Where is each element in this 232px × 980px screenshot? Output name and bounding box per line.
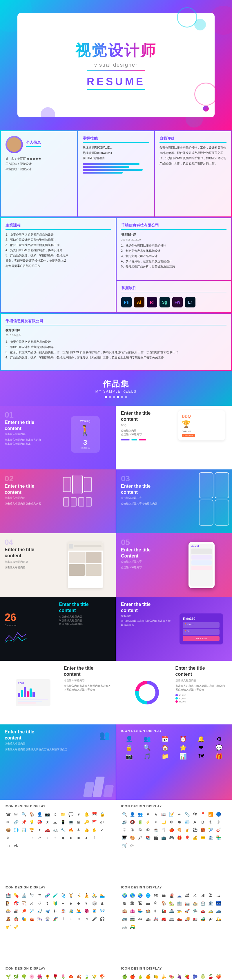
slide02-title: Enter the titlecontent — [5, 483, 41, 495]
panel-main-course: 主業課程 1、负责公司网络游览器产品品的设计 2、帮助公司设计相关宣传资料与物等… — [1, 218, 116, 312]
ic-cross: ✕ — [5, 834, 11, 841]
ic2-num6: ⑥ — [144, 826, 151, 834]
ic3-21: ♦ — [59, 900, 66, 907]
ic6-8: 🍇 — [176, 973, 183, 980]
slide05-title: Enter the titleContent — [121, 547, 173, 559]
ic-vk: vk — [13, 842, 19, 849]
ic-down: ↓ — [44, 834, 51, 841]
icon-heart: ❤ — [193, 744, 210, 751]
ic3-17: ⚔ — [28, 900, 35, 907]
ic5-2: 🌿 — [13, 973, 19, 980]
ic5-6: 🌻 — [44, 973, 51, 980]
ic2-map: 🗺 — [191, 811, 198, 818]
ic3-25: 🎲 — [91, 900, 98, 907]
ic-minus: − — [20, 834, 27, 841]
company1-title: 视觉设计师 2014.05-2016.09 1、视觉包公司网站服务产品的设计 2… — [121, 232, 227, 269]
main-course-content: 1、负责公司网络游览器产品品的设计 2、帮助公司设计相关宣传资料与物等， 3、配… — [5, 232, 111, 269]
ic4-27: 🏨 — [121, 908, 128, 915]
ic3-28: 🎳 — [13, 908, 19, 915]
ic2-wind: 💨 — [184, 819, 190, 826]
donut-chart — [134, 679, 160, 706]
ic3-16: 🏹 — [20, 900, 27, 907]
personal-info-content: 姓 名：华百百 ★★★★★ 工作职位：视觉设计 毕业院校：视觉设计 — [5, 156, 72, 172]
personal-info-title: 个人信息 — [26, 140, 41, 147]
ic4-51: 🏍 — [207, 915, 214, 922]
ic4-52: 🛵 — [215, 915, 222, 922]
ic2-books: 📚 — [144, 834, 151, 841]
ic2-num3: ③ — [121, 826, 128, 834]
icon-photo: 📷 — [121, 753, 137, 760]
icon-display-panel-3: ICON DESIGN DISPLAY 🏥 💊 🔬 🔭 ⚗ 🧬 🧪 🩺 🏋 🤸 … — [0, 881, 116, 962]
content-slide-dashboard: 26 December Enter the titlecontent A 点击输… — [0, 597, 116, 661]
ride360-title: Enter the titlecontent — [121, 601, 173, 614]
ic3-22: ♠ — [67, 900, 74, 907]
ic3-38: 🧵 — [91, 908, 98, 915]
ic3-47: ♩ — [59, 915, 66, 922]
ic2-heart: ♥ — [144, 811, 151, 818]
slide02-text: 点击输入标题内容点击输入内容 — [5, 501, 41, 506]
ic-music: ♫ — [52, 811, 59, 818]
analytics-sub: 点击输入标题内容 — [64, 679, 111, 682]
ic4-24: 🏥 — [199, 900, 206, 907]
ic2-users: 👥 — [137, 811, 144, 818]
icons-grid-6: 🍏 🍎 🍐 🍊 🍋 🍌 🍉 🍇 🍓 🫐 🍈 🍒 🍑 🥭 🍍 🥥 🥝 🍅 🫒 🥑 … — [121, 973, 227, 980]
slide-cover: 视觉设计师 visual designer RESUME — [0, 0, 232, 130]
ic4-2: 🌎 — [129, 892, 136, 899]
ride360-sub: Ride360 — [121, 614, 173, 617]
icon-display-panel-1: ICON DESIGN DISPLAY ☎ ✉ 🔍 🏠 👤 📷 ♫ 📁 💬 ♥ … — [0, 800, 116, 881]
ic6-13: 🍑 — [215, 973, 222, 980]
icon-display-panel-6: ICON DESIGN DISPLAY 🍏 🍎 🍐 🍊 🍋 🍌 🍉 🍇 🍓 🫐 … — [116, 962, 232, 980]
ic5-8: 🌷 — [59, 973, 66, 980]
ic3-53: 🎷 — [5, 923, 11, 930]
ic2-ball: ⚽ — [191, 826, 198, 834]
ic3-18: 🛡 — [36, 900, 43, 907]
ic4-40: 🚌 — [121, 915, 128, 922]
ic-laptop: 💻 — [67, 819, 74, 826]
fw-icon: Fw — [172, 297, 183, 307]
ic3-52: 🎧 — [99, 915, 106, 922]
content-row-4: 26 December Enter the titlecontent A 点击输… — [0, 597, 232, 661]
ic3-35: 🏄 — [67, 908, 74, 915]
icon-display-panel-2: ICON DESIGN DISPLAY 🔍 👤 👥 ♥ ★ 📖 📝 ✒ 📎 🗺 … — [116, 800, 232, 881]
ic4-30: 🏫 — [144, 908, 151, 915]
ic3-9: 🏋 — [67, 892, 74, 899]
ic-car: 🚗 — [44, 826, 51, 834]
ic4-44: 🚑 — [152, 915, 159, 922]
ic3-11: 🧘 — [83, 892, 90, 899]
ic3-26: ♟ — [99, 900, 106, 907]
ic4-48: 🚚 — [184, 915, 190, 922]
ic4-35: 🚀 — [184, 908, 190, 915]
icon-display-title-5: ICON DESIGN DISPLAY — [5, 967, 111, 970]
icon-design-grid: 👤 👥 📅 ⏰ 🔔 ⚙ 🔒 🔍 🏠 ⭐ ❤ 💬 📷 🎵 📁 📊 🗺 🎁 — [121, 735, 227, 760]
ic2-wifi: 📶 — [207, 811, 214, 818]
piechart-sub: 点击输入标题内容 — [176, 679, 228, 682]
self-eval-title: 自我评价 — [160, 136, 227, 143]
ic4-4: 🌐 — [144, 892, 151, 899]
company2-content: 视觉设计师 2016.10-至今 1、负责公司网络游览器产品的设计 2、帮助公司… — [5, 328, 227, 360]
ic2-palette: 🎨 — [129, 834, 136, 841]
icon-gear: ⚙ — [211, 735, 227, 742]
ic2-search: 🔍 — [121, 811, 128, 818]
ic3-45: 🎡 — [44, 915, 51, 922]
ic-phone2: 📱 — [59, 819, 66, 826]
ic4-7: 🌋 — [168, 892, 175, 899]
ic2-basket: 🏀 — [199, 826, 206, 834]
ic6-11: 🍈 — [199, 973, 206, 980]
sg-icon: Sg — [160, 297, 170, 307]
ic4-18: 🏚 — [152, 900, 159, 907]
ic4-15: 🏛 — [129, 900, 136, 907]
ic6-1: 🍏 — [121, 973, 128, 980]
ic2-sun: ☀ — [152, 819, 159, 826]
ic4-17: 🏘 — [144, 900, 151, 907]
walking-title: Enter the titlecontent — [5, 420, 56, 432]
ic2-bag: 🛍 — [129, 842, 136, 849]
ic4-47: 🛻 — [176, 915, 183, 922]
content-slide-05: 05 Enter the titleContent 点击输入标题内容 点击输入标… — [116, 533, 232, 597]
ic4-12: 🏝 — [207, 892, 214, 899]
ic3-12: 🚴 — [91, 892, 98, 899]
ic4-41: 🚎 — [129, 915, 136, 922]
ic4-32: 🚂 — [160, 908, 167, 915]
ic4-46: 🚐 — [168, 915, 175, 922]
content-slide-03: 03 Enter the titlecontent 点击输入标题内容 点击输入标… — [116, 469, 232, 533]
software-icons: Ps Ai Id Sg Fw Lr — [121, 297, 227, 307]
